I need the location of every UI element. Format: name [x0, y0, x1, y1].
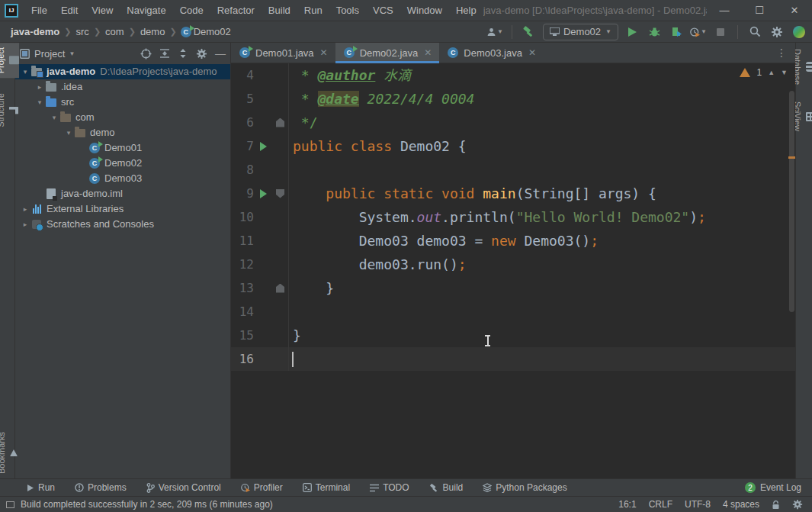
toolwindow-terminal[interactable]: Terminal — [303, 482, 350, 493]
tree-item-java-demo-iml[interactable]: java-demo.iml — [15, 186, 230, 201]
sidebar-item-structure[interactable]: Structure — [0, 89, 18, 132]
minimize-button[interactable]: — — [707, 0, 742, 21]
run-with-coverage-button[interactable] — [668, 24, 685, 40]
menu-navigate[interactable]: Navigate — [120, 0, 172, 21]
user-icon[interactable]: ▼ — [486, 24, 503, 40]
menu-build[interactable]: Build — [262, 0, 297, 21]
chevron-expanded-icon[interactable]: ▾ — [34, 95, 45, 110]
code-line-5[interactable]: 5 * @date 2022/4/4 0004 — [231, 87, 795, 111]
panel-settings-gear-icon[interactable] — [196, 48, 207, 60]
tree-item--idea[interactable]: ▸.idea — [15, 79, 230, 95]
status-message[interactable]: Build completed successfully in 2 sec, 2… — [21, 499, 273, 510]
code-editor[interactable]: 4 * @author 水滴5 * @date 2022/4/4 00046 *… — [231, 63, 795, 478]
sidebar-item-database[interactable]: Database — [793, 44, 812, 89]
run-line-icon[interactable] — [254, 182, 272, 205]
run-line-icon[interactable] — [254, 134, 272, 158]
tab-close-icon[interactable]: ✕ — [528, 47, 536, 58]
breadcrumb-item-src[interactable]: src — [75, 26, 91, 37]
tab-close-icon[interactable]: ✕ — [424, 47, 432, 58]
menu-code[interactable]: Code — [173, 0, 210, 21]
toolwindow-todo[interactable]: TODO — [370, 482, 409, 493]
tree-item-src[interactable]: ▾src — [15, 95, 230, 110]
menu-vcs[interactable]: VCS — [366, 0, 400, 21]
chevron-collapsed-icon[interactable]: ▸ — [20, 201, 30, 217]
collapse-all-icon[interactable] — [178, 48, 188, 59]
run-configuration-select[interactable]: Demo02 ▼ — [543, 24, 618, 40]
code-line-8[interactable]: 8 — [231, 158, 795, 182]
tree-item-external-libraries[interactable]: ▸External Libraries — [15, 201, 230, 217]
toolwindow-build[interactable]: Build — [429, 482, 464, 493]
menu-file[interactable]: File — [24, 0, 54, 21]
toolwindow-toggle-icon[interactable] — [6, 501, 14, 508]
chevron-collapsed-icon[interactable]: ▸ — [34, 79, 45, 95]
menu-run[interactable]: Run — [297, 0, 329, 21]
code-line-10[interactable]: 10 System.out.println("Hello World! Demo… — [231, 205, 795, 229]
fold-marker-icon[interactable] — [272, 111, 289, 134]
menu-window[interactable]: Window — [400, 0, 449, 21]
fold-marker-icon[interactable] — [272, 182, 289, 205]
menu-tools[interactable]: Tools — [329, 0, 366, 21]
toolwindow-profiler[interactable]: Profiler — [241, 482, 283, 493]
breadcrumb-item-demo02[interactable]: Demo02 — [192, 26, 233, 37]
toolwindow-python-packages[interactable]: Python Packages — [483, 482, 566, 493]
menu-help[interactable]: Help — [449, 0, 483, 21]
menu-view[interactable]: View — [85, 0, 120, 21]
breadcrumb-item-java-demo[interactable]: java-demo — [9, 26, 61, 37]
search-everywhere-icon[interactable] — [746, 24, 763, 40]
code-line-15[interactable]: 15} — [231, 324, 795, 347]
indent-setting[interactable]: 4 spaces — [723, 499, 759, 510]
chevron-expanded-icon[interactable]: ▾ — [49, 110, 59, 125]
sidebar-item-bookmarks[interactable]: Bookmarks — [0, 427, 18, 478]
expand-all-icon[interactable] — [159, 48, 170, 59]
code-line-6[interactable]: 6 */ — [231, 111, 795, 134]
tree-item-java-demo[interactable]: ▾java-demoD:\IdeaProjects\java-demo — [15, 64, 230, 79]
file-encoding[interactable]: UTF-8 — [685, 499, 711, 510]
tree-item-com[interactable]: ▾com — [15, 110, 230, 125]
breadcrumb-item-com[interactable]: com — [104, 26, 126, 37]
code-line-13[interactable]: 13 } — [231, 276, 795, 300]
editor-scrollbar[interactable] — [788, 63, 795, 478]
code-with-me-avatar-icon[interactable] — [791, 24, 807, 40]
tree-item-scratches-and-consoles[interactable]: ▸Scratches and Consoles — [15, 217, 230, 232]
tab-demo02-java[interactable]: CDemo02.java✕ — [335, 43, 440, 63]
build-hammer-icon[interactable] — [521, 24, 538, 40]
tab-demo01-java[interactable]: CDemo01.java✕ — [231, 43, 335, 63]
code-line-9[interactable]: 9 public static void main(String[] args)… — [231, 182, 795, 205]
sidebar-item-project[interactable]: Project — [0, 43, 19, 78]
highlight-level-gear-icon[interactable] — [792, 499, 803, 510]
chevron-expanded-icon[interactable]: ▾ — [20, 64, 30, 79]
maximize-button[interactable]: ☐ — [742, 0, 777, 21]
scrollbar-thumb[interactable] — [789, 91, 794, 312]
code-line-14[interactable]: 14 — [231, 300, 795, 324]
tab-close-icon[interactable]: ✕ — [320, 47, 328, 58]
tree-item-demo01[interactable]: CDemo01 — [15, 140, 230, 156]
debug-button[interactable] — [646, 24, 663, 40]
toolwindow-version-control[interactable]: Version Control — [146, 482, 221, 493]
code-line-4[interactable]: 4 * @author 水滴 — [231, 63, 795, 87]
code-line-12[interactable]: 12 demo03.run(); — [231, 253, 795, 276]
code-line-11[interactable]: 11 Demo03 demo03 = new Demo03(); — [231, 229, 795, 253]
prev-problem-icon[interactable]: ▲ — [768, 69, 775, 76]
lock-icon[interactable] — [772, 500, 780, 510]
tree-item-demo[interactable]: ▾demo — [15, 125, 230, 140]
tree-item-demo02[interactable]: CDemo02 — [15, 156, 230, 171]
fold-marker-icon[interactable] — [272, 276, 289, 300]
run-button[interactable] — [624, 24, 640, 40]
toolwindow-run[interactable]: Run — [26, 482, 55, 493]
sidebar-item-sciview[interactable]: SciView — [793, 97, 812, 136]
breadcrumb-item-demo[interactable]: demo — [139, 26, 167, 37]
warning-stripe-mark[interactable] — [788, 156, 795, 159]
settings-gear-icon[interactable] — [769, 24, 785, 40]
caret-position[interactable]: 16:1 — [618, 499, 636, 510]
tree-item-demo03[interactable]: CDemo03 — [15, 171, 230, 186]
hide-panel-icon[interactable]: — — [215, 47, 226, 60]
menu-refactor[interactable]: Refactor — [210, 0, 262, 21]
tab-demo03-java[interactable]: CDemo03.java✕ — [439, 43, 544, 63]
chevron-collapsed-icon[interactable]: ▸ — [20, 217, 30, 232]
toolwindow-problems[interactable]: Problems — [75, 482, 127, 493]
profiler-button[interactable]: ▼ — [690, 24, 707, 40]
menu-edit[interactable]: Edit — [54, 0, 85, 21]
next-problem-icon[interactable]: ▼ — [781, 69, 788, 76]
project-panel-title[interactable]: Project — [34, 48, 65, 60]
close-button[interactable]: ✕ — [777, 0, 812, 21]
